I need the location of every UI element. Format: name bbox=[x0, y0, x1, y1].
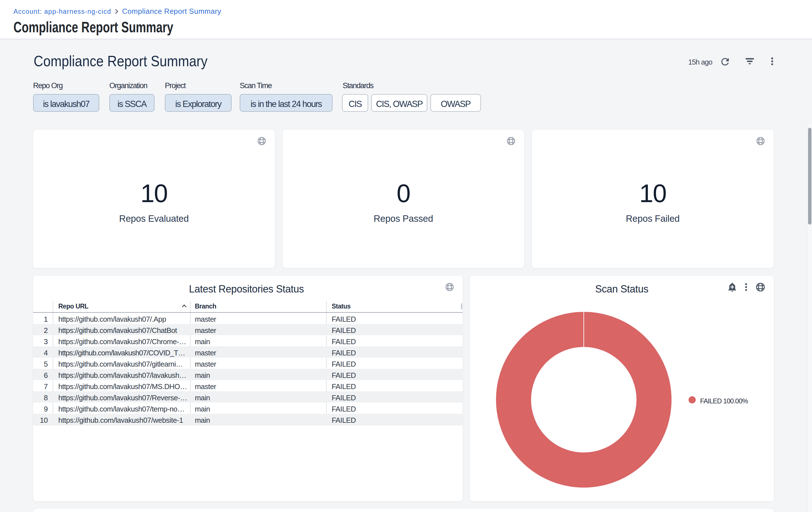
svg-text:FAILED 100.00%: FAILED 100.00% bbox=[700, 397, 748, 405]
